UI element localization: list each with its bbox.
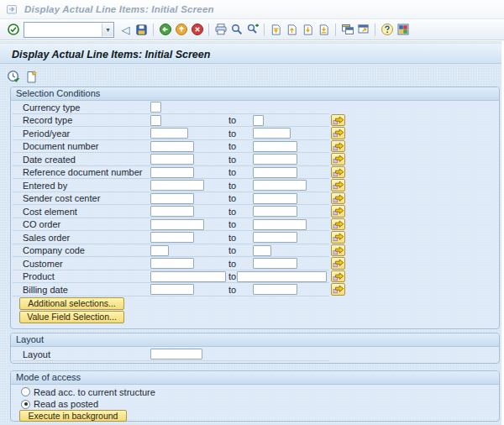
command-field[interactable] <box>24 24 102 36</box>
back-icon[interactable] <box>158 23 172 37</box>
to-label: to <box>228 193 236 203</box>
multiple-selection-button[interactable] <box>331 218 345 231</box>
multiple-selection-button[interactable] <box>331 114 345 127</box>
billing-date-from-input[interactable] <box>150 284 194 295</box>
cost-element-to-input[interactable] <box>253 206 297 217</box>
multiple-selection-button[interactable] <box>331 127 345 139</box>
group-header: Layout <box>11 333 499 347</box>
to-label: to <box>228 219 236 229</box>
layout-row: Layout <box>11 348 499 361</box>
product-to-input[interactable] <box>237 271 327 282</box>
multiple-selection-button[interactable] <box>331 192 345 205</box>
selection-row-product: Productto <box>11 270 499 284</box>
enter-icon[interactable] <box>6 23 20 37</box>
reference-document-number-from-input[interactable] <box>150 167 194 178</box>
next-page-icon[interactable] <box>301 23 315 37</box>
new-session-icon[interactable] <box>340 23 354 37</box>
sales-order-from-input[interactable] <box>150 232 194 243</box>
last-page-icon[interactable] <box>317 23 331 37</box>
radio-read-current-structure[interactable]: Read acc. to current structure <box>21 386 155 397</box>
date-created-from-input[interactable] <box>150 154 194 165</box>
multiple-selection-button[interactable] <box>331 270 345 283</box>
help-icon[interactable] <box>380 23 394 37</box>
selection-row-record-type: Record typeto <box>11 114 499 128</box>
document-number-from-input[interactable] <box>150 141 194 152</box>
co-order-from-input[interactable] <box>150 219 204 230</box>
toolbar-separator <box>375 24 375 36</box>
currency-type-from-input[interactable] <box>150 102 161 113</box>
company-code-to-input[interactable] <box>253 245 271 256</box>
to-label: to <box>228 129 236 139</box>
multiple-selection-button[interactable] <box>331 205 345 218</box>
radio-read-as-posted[interactable]: Read as posted <box>21 399 98 410</box>
multiple-selection-button[interactable] <box>331 166 345 179</box>
period-year-to-input[interactable] <box>253 128 291 139</box>
value-field-selection-button[interactable]: Value Field Selection... <box>19 311 124 323</box>
record-type-from-input[interactable] <box>150 115 161 126</box>
execute-icon[interactable] <box>6 69 22 84</box>
toolbar-separator <box>208 24 209 36</box>
billing-date-to-input[interactable] <box>253 284 297 295</box>
multiple-selection-button[interactable] <box>331 283 345 296</box>
exit-icon[interactable] <box>174 23 188 37</box>
document-number-to-input[interactable] <box>253 141 297 152</box>
cancel-icon[interactable] <box>190 23 204 37</box>
multiple-selection-button[interactable] <box>331 140 345 153</box>
screen-title: Display Actual Line Items: Initial Scree… <box>0 44 501 64</box>
field-label: Company code <box>23 245 85 255</box>
company-code-from-input[interactable] <box>150 245 169 256</box>
selection-row-period-year: Period/yearto <box>11 127 499 140</box>
command-dropdown-icon[interactable]: ▾ <box>102 24 113 36</box>
to-label: to <box>228 155 236 165</box>
to-label: to <box>228 181 236 191</box>
to-label: to <box>228 115 236 125</box>
field-label: Period/year <box>23 129 70 139</box>
radio-icon[interactable] <box>21 400 30 409</box>
multiple-selection-button[interactable] <box>331 231 345 244</box>
multiple-selection-button[interactable] <box>331 179 345 192</box>
execute-in-background-button[interactable]: Execute in background <box>19 410 127 422</box>
layout-input[interactable] <box>150 349 202 359</box>
back-triangle-icon[interactable]: ◁ <box>118 23 133 37</box>
find-icon[interactable] <box>229 23 244 37</box>
customize-layout-icon[interactable] <box>396 23 410 37</box>
sender-cost-center-from-input[interactable] <box>150 193 194 204</box>
first-page-icon[interactable] <box>269 23 283 37</box>
sales-order-to-input[interactable] <box>253 232 297 243</box>
radio-icon[interactable] <box>21 387 30 396</box>
save-icon[interactable] <box>134 23 149 37</box>
field-label: Cost element <box>23 207 77 217</box>
get-variant-icon[interactable] <box>24 69 39 84</box>
group-selection-conditions: Selection Conditions Currency typeRecord… <box>10 87 500 329</box>
to-label: to <box>228 167 236 177</box>
sender-cost-center-to-input[interactable] <box>253 193 297 204</box>
multiple-selection-button[interactable] <box>331 153 345 165</box>
selection-row-date-created: Date createdto <box>11 153 499 166</box>
multiple-selection-button[interactable] <box>331 244 345 257</box>
additional-selections-button[interactable]: Additional selections... <box>19 297 124 310</box>
entered-by-from-input[interactable] <box>150 180 204 191</box>
create-shortcut-icon[interactable] <box>356 23 370 37</box>
field-label: Sales order <box>23 233 70 243</box>
customer-to-input[interactable] <box>253 258 297 269</box>
entered-by-to-input[interactable] <box>253 180 307 191</box>
multiple-selection-button[interactable] <box>331 257 345 270</box>
date-created-to-input[interactable] <box>253 154 297 165</box>
toolbar-separator <box>264 24 265 36</box>
customer-from-input[interactable] <box>150 258 194 269</box>
product-from-input[interactable] <box>150 271 226 282</box>
field-label: Customer <box>23 259 63 269</box>
to-label: to <box>228 285 236 295</box>
to-label: to <box>228 245 236 255</box>
period-year-from-input[interactable] <box>150 128 188 139</box>
co-order-to-input[interactable] <box>253 219 307 230</box>
reference-document-number-to-input[interactable] <box>253 167 297 178</box>
selection-row-entered-by: Entered byto <box>11 179 499 192</box>
selection-row-customer: Customerto <box>11 257 499 270</box>
to-label: to <box>228 233 236 243</box>
previous-page-icon[interactable] <box>285 23 299 37</box>
cost-element-from-input[interactable] <box>150 206 194 217</box>
print-icon[interactable] <box>213 23 228 37</box>
record-type-to-input[interactable] <box>253 115 264 126</box>
find-next-icon[interactable] <box>245 23 260 37</box>
